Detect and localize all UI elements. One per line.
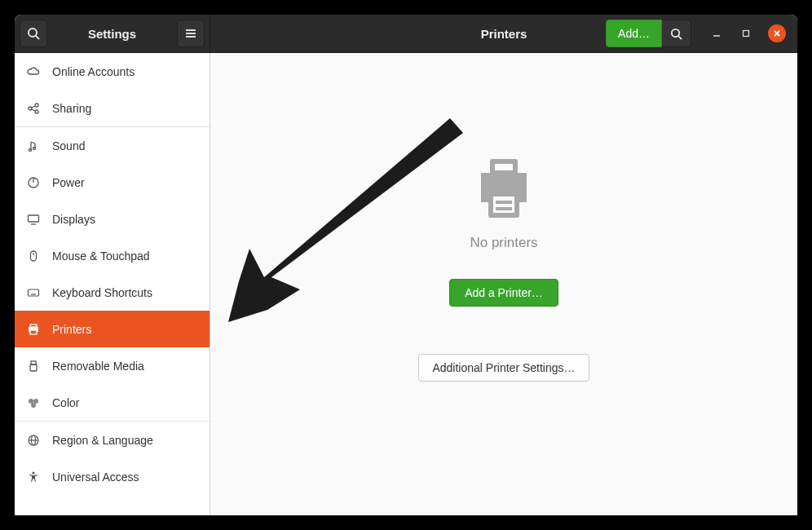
- color-icon: [26, 395, 41, 410]
- sidebar-item-color[interactable]: Color: [15, 384, 210, 421]
- sound-icon: [26, 139, 41, 153]
- accessibility-icon: [26, 470, 41, 484]
- hamburger-icon: [185, 28, 196, 39]
- power-icon: [26, 175, 41, 190]
- svg-point-0: [29, 29, 37, 37]
- usb-icon: [26, 359, 41, 373]
- printer-icon: [26, 322, 41, 337]
- no-printers-text: No printers: [470, 235, 537, 251]
- svg-rect-22: [31, 251, 37, 261]
- svg-rect-24: [29, 289, 39, 296]
- window-close-button[interactable]: [768, 24, 786, 42]
- share-icon: [26, 101, 41, 116]
- search-icon: [27, 27, 40, 40]
- sidebar-item-label: Region & Language: [52, 434, 153, 447]
- svg-rect-8: [744, 31, 749, 37]
- sidebar-item-sharing[interactable]: Sharing: [15, 90, 210, 126]
- titlebar: Settings Printers Add…: [15, 15, 797, 53]
- svg-point-35: [33, 399, 38, 404]
- sidebar-item-label: Online Accounts: [52, 65, 135, 78]
- svg-line-15: [32, 109, 35, 111]
- svg-rect-30: [30, 325, 37, 327]
- search-icon: [670, 28, 682, 40]
- sidebar-item-label: Power: [52, 176, 85, 189]
- close-icon: [773, 29, 781, 38]
- sidebar: Online AccountsSharingSoundPowerDisplays…: [15, 53, 210, 515]
- svg-point-13: [35, 110, 38, 113]
- add-button[interactable]: Add…: [606, 20, 662, 47]
- app-title: Settings: [47, 27, 177, 41]
- globe-icon: [26, 433, 41, 448]
- additional-printer-settings-button[interactable]: Additional Printer Settings…: [418, 354, 589, 382]
- window-body: Online AccountsSharingSoundPowerDisplays…: [15, 53, 797, 515]
- sidebar-item-label: Universal Access: [52, 470, 139, 484]
- svg-point-16: [29, 148, 32, 151]
- svg-rect-20: [29, 215, 39, 222]
- keyboard-icon: [26, 285, 41, 300]
- hamburger-menu-button[interactable]: [177, 20, 205, 47]
- sidebar-item-label: Displays: [52, 213, 95, 226]
- printer-icon: [470, 155, 538, 223]
- settings-window: Settings Printers Add…: [15, 15, 797, 515]
- sidebar-item-label: Mouse & Touchpad: [52, 250, 150, 263]
- svg-rect-41: [492, 161, 515, 173]
- panel-search-button[interactable]: [662, 20, 691, 47]
- svg-point-34: [29, 399, 33, 404]
- svg-point-12: [35, 104, 38, 107]
- svg-point-5: [672, 29, 679, 36]
- sidebar-item-online-accounts[interactable]: Online Accounts: [15, 53, 210, 90]
- add-printer-button[interactable]: Add a Printer…: [449, 279, 558, 307]
- titlebar-left: Settings: [15, 15, 210, 52]
- cloud-icon: [26, 64, 41, 79]
- window-minimize-button[interactable]: [709, 26, 724, 41]
- sidebar-item-power[interactable]: Power: [15, 164, 210, 201]
- content-panel: No printers Add a Printer… Additional Pr…: [210, 53, 797, 515]
- svg-point-40: [33, 471, 35, 474]
- sidebar-item-printers[interactable]: Printers: [15, 311, 210, 347]
- sidebar-item-mouse-touchpad[interactable]: Mouse & Touchpad: [15, 237, 210, 274]
- sidebar-item-universal-access[interactable]: Universal Access: [15, 458, 210, 495]
- svg-point-17: [33, 147, 36, 149]
- svg-line-1: [36, 36, 39, 39]
- sidebar-item-label: Printers: [52, 323, 91, 336]
- sidebar-search-button[interactable]: [20, 20, 47, 47]
- sidebar-item-label: Sharing: [52, 102, 91, 115]
- window-controls: [709, 24, 786, 42]
- sidebar-item-keyboard-shortcuts[interactable]: Keyboard Shortcuts: [15, 274, 210, 311]
- svg-point-36: [31, 403, 36, 408]
- empty-state: No printers Add a Printer… Additional Pr…: [418, 155, 589, 382]
- svg-line-14: [32, 106, 35, 108]
- sidebar-item-region-language[interactable]: Region & Language: [15, 422, 210, 458]
- display-icon: [26, 212, 41, 227]
- sidebar-item-removable-media[interactable]: Removable Media: [15, 347, 210, 384]
- svg-line-6: [678, 36, 682, 39]
- svg-rect-33: [30, 364, 37, 371]
- sidebar-item-label: Sound: [52, 139, 85, 152]
- sidebar-item-label: Keyboard Shortcuts: [52, 286, 152, 299]
- mouse-icon: [26, 249, 41, 263]
- sidebar-item-label: Color: [52, 396, 79, 409]
- titlebar-action-group: Add…: [606, 20, 691, 47]
- titlebar-right: Printers Add…: [210, 15, 797, 52]
- svg-rect-42: [491, 194, 517, 215]
- svg-point-11: [29, 107, 32, 110]
- window-maximize-button[interactable]: [739, 26, 753, 41]
- sidebar-item-label: Removable Media: [52, 360, 144, 373]
- sidebar-item-displays[interactable]: Displays: [15, 201, 210, 237]
- svg-rect-31: [30, 330, 37, 334]
- sidebar-item-sound[interactable]: Sound: [15, 127, 210, 164]
